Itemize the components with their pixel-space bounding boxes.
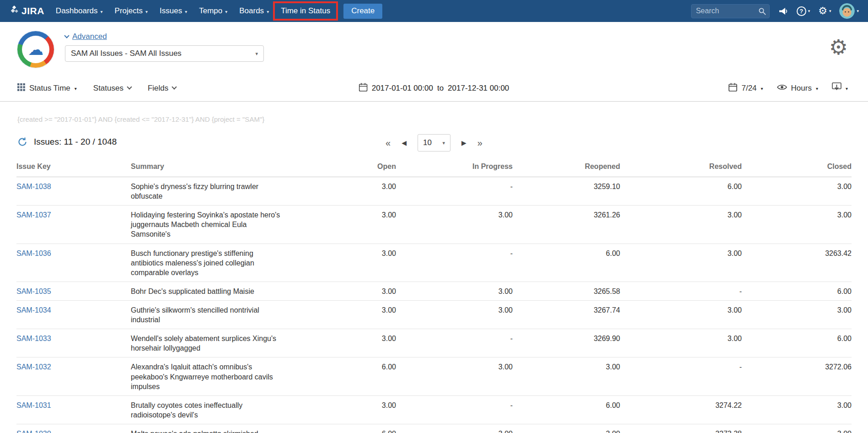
status-time-menu[interactable]: Status Time ▾: [17, 83, 77, 93]
chevron-down-icon: ▾: [829, 9, 831, 13]
column-header-issue-key: Issue Key: [16, 157, 131, 177]
nav-item-label: Projects: [115, 6, 143, 16]
column-header-summary: Summary: [131, 157, 323, 177]
issue-key-link[interactable]: SAM-1032: [16, 363, 51, 371]
fields-label: Fields: [148, 84, 168, 93]
issue-key-link[interactable]: SAM-1035: [16, 287, 51, 295]
user-menu[interactable]: ▾: [839, 3, 859, 19]
column-header-open: Open: [323, 157, 396, 177]
issue-key-link[interactable]: SAM-1037: [16, 211, 51, 219]
nav-item-tempo[interactable]: Tempo▾: [193, 0, 233, 22]
pagination: « ◀ 10 ▾ ▶ »: [386, 134, 482, 152]
issue-summary: Busch functionary prestige's stiffening …: [131, 249, 284, 277]
status-time-value: 3.00: [620, 300, 742, 329]
status-time-value: 3.00: [323, 300, 396, 329]
advanced-link[interactable]: Advanced: [72, 32, 107, 41]
search-icon[interactable]: [758, 7, 766, 17]
chevron-down-icon: ▾: [75, 86, 77, 91]
status-time-value: 3.00: [620, 244, 742, 281]
issue-summary: Wendell's solely abatement surplices Xin…: [131, 334, 284, 353]
date-range-picker[interactable]: 2017-01-01 00:00 to 2017-12-31 00:00: [359, 83, 509, 94]
table-row: SAM-1033Wendell's solely abatement surpl…: [16, 329, 852, 357]
statuses-label: Statuses: [93, 84, 123, 93]
status-time-value: -: [396, 395, 513, 424]
table-row: SAM-1030Melts pewee's ado palmetto skirm…: [16, 424, 852, 433]
status-time-value: 3.00: [742, 206, 852, 244]
status-time-value: 3.00: [742, 424, 852, 433]
nav-item-boards[interactable]: Boards▾: [233, 0, 275, 22]
issue-key-link[interactable]: SAM-1030: [16, 430, 51, 433]
status-time-value: -: [620, 357, 742, 395]
table-header-row: Issue KeySummaryOpenIn ProgressReopenedR…: [16, 157, 852, 177]
issue-key-link[interactable]: SAM-1034: [16, 306, 51, 314]
nav-item-issues[interactable]: Issues▾: [154, 0, 193, 22]
status-time-value: -: [396, 244, 513, 281]
chevron-down-icon: ▾: [761, 86, 763, 91]
status-time-value: 6.00: [323, 357, 396, 395]
jira-logo[interactable]: JIRA: [9, 5, 44, 17]
chevron-down-icon: ▾: [816, 86, 818, 91]
advanced-toggle[interactable]: Advanced: [65, 32, 264, 41]
nav-item-label: Boards: [239, 6, 264, 16]
chevron-down-icon: [127, 84, 132, 89]
help-menu[interactable]: ? ▾: [797, 6, 810, 16]
time-unit-label: Hours: [791, 84, 812, 93]
nav-item-label: Tempo: [199, 6, 222, 16]
refresh-icon[interactable]: [17, 137, 27, 147]
chevron-down-icon: ▾: [267, 9, 269, 14]
status-time-value: 3.00: [396, 424, 513, 433]
issue-key-link[interactable]: SAM-1033: [16, 335, 51, 342]
issue-summary: Guthrie's silkworm's stencilled nontrivi…: [131, 305, 284, 325]
calendar-mode-label: 7/24: [741, 84, 756, 93]
issues-count: Issues: 11 - 20 / 1048: [34, 137, 117, 147]
prev-page-button[interactable]: ◀: [402, 140, 407, 146]
nav-item-time-in-status[interactable]: Time in Status: [275, 0, 336, 22]
status-time-value: 3273.38: [620, 424, 742, 433]
filter-select[interactable]: SAM All Issues - SAM All Issues ▾: [65, 45, 264, 62]
first-page-button[interactable]: «: [386, 138, 391, 147]
date-from: 2017-01-01 00:00: [372, 84, 433, 93]
status-time-value: 3274.22: [620, 395, 742, 424]
next-page-button[interactable]: ▶: [461, 140, 466, 146]
calendar-icon: [729, 83, 737, 94]
issue-key-link[interactable]: SAM-1031: [16, 401, 51, 409]
gear-icon: ⚙: [818, 6, 827, 16]
user-avatar: [839, 3, 855, 19]
fields-menu[interactable]: Fields: [148, 84, 176, 93]
table-row: SAM-1031Brutally coyotes cotes ineffectu…: [16, 395, 852, 424]
status-time-value: 6.00: [742, 281, 852, 300]
announcements-icon[interactable]: [779, 7, 788, 15]
chevron-down-icon: ▾: [185, 9, 187, 14]
last-page-button[interactable]: »: [477, 138, 482, 147]
status-time-value: 3.00: [396, 357, 513, 395]
issue-key-link[interactable]: SAM-1036: [16, 249, 51, 257]
jql-query-text: {created >= "2017-01-01"} AND {created <…: [0, 102, 868, 123]
chevron-down-icon: ▾: [145, 9, 148, 14]
status-time-value: 3.00: [396, 206, 513, 244]
nav-item-dashboards[interactable]: Dashboards▾: [50, 0, 109, 22]
chevron-down-icon: ▾: [255, 51, 258, 57]
create-button[interactable]: Create: [343, 4, 382, 19]
status-time-value: 3272.06: [742, 357, 852, 395]
status-time-value: 3267.74: [513, 300, 620, 329]
date-to: 2017-12-31 00:00: [448, 84, 509, 93]
top-nav-bar: JIRA Dashboards▾Projects▾Issues▾Tempo▾Bo…: [0, 0, 868, 22]
issue-summary: Holidaying festering Soyinka's apostate …: [131, 210, 284, 239]
chevron-down-icon: ▾: [846, 86, 848, 91]
admin-settings-menu[interactable]: ⚙ ▾: [818, 6, 831, 16]
calendar-mode-menu[interactable]: 7/24 ▾: [729, 83, 763, 94]
nav-item-label: Time in Status: [281, 6, 330, 16]
page-size-select[interactable]: 10 ▾: [418, 134, 450, 152]
export-icon: [832, 82, 841, 94]
status-time-value: 3.00: [323, 244, 396, 281]
status-time-value: 3.00: [323, 177, 396, 206]
issue-summary: Melts pewee's ado palmetto skirmished: [131, 429, 284, 433]
status-time-value: 3261.26: [513, 206, 620, 244]
time-unit-menu[interactable]: Hours ▾: [777, 84, 818, 93]
issue-key-link[interactable]: SAM-1038: [16, 183, 51, 190]
export-menu[interactable]: ▾: [832, 82, 848, 94]
statuses-menu[interactable]: Statuses: [93, 84, 131, 93]
nav-item-projects[interactable]: Projects▾: [109, 0, 154, 22]
settings-gear-icon[interactable]: ⚙: [829, 37, 848, 58]
jira-logo-icon: [9, 5, 19, 17]
